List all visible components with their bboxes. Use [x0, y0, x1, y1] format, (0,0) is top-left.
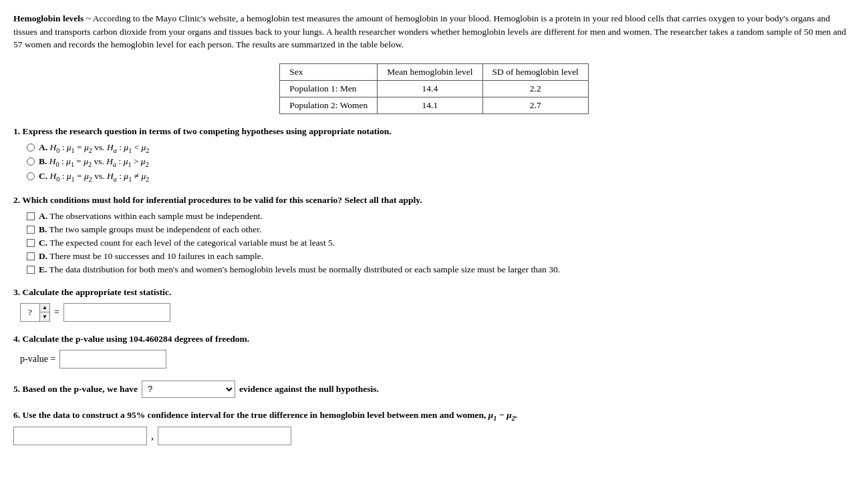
question-4-label: 4. Calculate the p-value using 104.46028… [13, 334, 855, 344]
q3-spinner-arrows: ▲ ▼ [39, 304, 49, 321]
q4-pvalue-row: p-value = [13, 350, 855, 369]
row1-mean: 14.4 [378, 80, 482, 97]
question-2-label: 2. Which conditions must hold for infere… [13, 195, 855, 206]
col-header-sd: SD of hemoglobin level [482, 63, 588, 80]
q5-prefix: 5. Based on the p-value, we have [13, 384, 138, 395]
q1-option-b: B. H0 : μ1 = μ2 vs. Ha : μ1 > μ2 [27, 156, 855, 168]
q2-option-d: D. There must be 10 successes and 10 fai… [27, 251, 855, 262]
q2-option-b: B. The two sample groups must be indepen… [27, 224, 855, 235]
q6-math: μ1 − μ2. [488, 410, 517, 420]
row1-sd: 2.2 [482, 80, 588, 97]
col-header-sex: Sex [280, 63, 378, 80]
q2-checkbox-b[interactable] [27, 226, 35, 234]
q5-row: 5. Based on the p-value, we have ? very … [13, 381, 855, 398]
question-1-label: 1. Express the research question in term… [13, 126, 855, 137]
intro-text: ~ According to the Mayo Clinic's website… [13, 13, 846, 49]
bold-title: Hemoglobin levels [13, 13, 84, 23]
q2-option-a-text: A. The observations within each sample m… [39, 211, 263, 222]
table-row: Population 1: Men 14.4 2.2 [280, 80, 589, 97]
q2-checkbox-d[interactable] [27, 252, 35, 260]
q6-label-text: 6. Use the data to construct a 95% confi… [13, 410, 486, 420]
question-4-block: 4. Calculate the p-value using 104.46028… [13, 334, 855, 369]
row2-sd: 2.7 [482, 97, 588, 113]
row2-sex: Population 2: Women [280, 97, 378, 113]
q3-spinner-value: ? [21, 307, 39, 318]
q3-spinner-up[interactable]: ▲ [40, 304, 49, 313]
hemoglobin-table: Sex Mean hemoglobin level SD of hemoglob… [279, 63, 589, 114]
q2-option-b-text: B. The two sample groups must be indepen… [39, 224, 261, 235]
q4-pvalue-label: p-value = [20, 354, 55, 365]
question-5-block: 5. Based on the p-value, we have ? very … [13, 381, 855, 398]
intro-paragraph: Hemoglobin levels ~ According to the May… [13, 12, 855, 51]
q2-checkbox-e[interactable] [27, 266, 35, 274]
question-6-label: 6. Use the data to construct a 95% confi… [13, 410, 855, 422]
q1-options-list: A. H0 : μ1 = μ2 vs. Ha : μ1 < μ2 B. H0 :… [13, 142, 855, 183]
table-row: Population 2: Women 14.1 2.7 [280, 97, 589, 113]
q1-radio-c[interactable] [27, 172, 35, 180]
q3-spinner-down[interactable]: ▼ [40, 312, 49, 321]
q6-ci-lower-input[interactable] [13, 427, 147, 445]
q2-checkbox-a[interactable] [27, 212, 35, 220]
q1-option-c: C. H0 : μ1 = μ2 vs. Ha : μ1 ≠ μ2 [27, 171, 855, 183]
q2-option-a: A. The observations within each sample m… [27, 211, 855, 222]
q6-ci-comma: , [151, 430, 154, 442]
q5-suffix: evidence against the null hypothesis. [239, 384, 379, 395]
q1-option-c-text: C. H0 : μ1 = μ2 vs. Ha : μ1 ≠ μ2 [39, 171, 149, 183]
q2-option-d-text: D. There must be 10 successes and 10 fai… [39, 251, 263, 262]
q4-pvalue-input[interactable] [59, 350, 166, 369]
question-6-block: 6. Use the data to construct a 95% confi… [13, 410, 855, 446]
q1-radio-b[interactable] [27, 158, 35, 166]
q3-answer-input[interactable] [63, 303, 170, 322]
question-3-block: 3. Calculate the appropriate test statis… [13, 287, 855, 322]
q5-evidence-dropdown[interactable]: ? very strong strong moderate weak very … [142, 381, 235, 398]
q1-option-b-text: B. H0 : μ1 = μ2 vs. Ha : μ1 > μ2 [39, 156, 149, 168]
row1-sex: Population 1: Men [280, 80, 378, 97]
q1-option-a: A. H0 : μ1 = μ2 vs. Ha : μ1 < μ2 [27, 142, 855, 154]
data-table-wrapper: Sex Mean hemoglobin level SD of hemoglob… [13, 63, 855, 114]
q1-option-a-text: A. H0 : μ1 = μ2 vs. Ha : μ1 < μ2 [39, 142, 149, 154]
q2-checkbox-c[interactable] [27, 239, 35, 247]
question-3-label: 3. Calculate the appropriate test statis… [13, 287, 855, 298]
q2-options-list: A. The observations within each sample m… [13, 211, 855, 275]
q2-option-c: C. The expected count for each level of … [27, 238, 855, 248]
q2-option-e-text: E. The data distribution for both men's … [39, 264, 560, 275]
q3-equals: = [54, 307, 59, 318]
question-2-block: 2. Which conditions must hold for infere… [13, 195, 855, 275]
q6-ci-row: , [13, 427, 855, 445]
question-5-label: 5. Based on the p-value, we have ? very … [13, 381, 855, 398]
q6-ci-upper-input[interactable] [158, 427, 291, 445]
q1-radio-a[interactable] [27, 144, 35, 152]
col-header-mean: Mean hemoglobin level [378, 63, 482, 80]
q2-option-c-text: C. The expected count for each level of … [39, 238, 335, 248]
q2-option-e: E. The data distribution for both men's … [27, 264, 855, 275]
q3-spinner: ? ▲ ▼ [20, 303, 50, 322]
row2-mean: 14.1 [378, 97, 482, 113]
question-1-block: 1. Express the research question in term… [13, 126, 855, 183]
q3-input-row: ? ▲ ▼ = [13, 303, 855, 322]
